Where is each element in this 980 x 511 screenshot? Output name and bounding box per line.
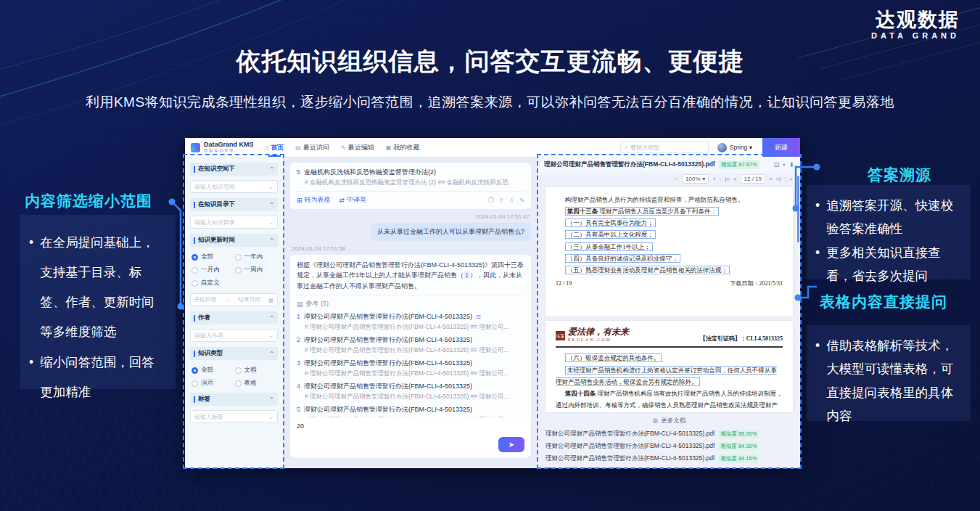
edit-icon[interactable]: ✎	[519, 197, 524, 204]
copy-icon[interactable]: ❐	[488, 197, 494, 204]
radio-time-year[interactable]: 一年内	[235, 253, 277, 261]
nav-recent-visits[interactable]: ▤ 最近访问	[295, 138, 329, 157]
doc-titlebar: 理财公司理财产品销售管理暂行办法(FBM-CLI-4-5013325).pdf …	[538, 157, 800, 173]
document-viewer: 理财公司理财产品销售管理暂行办法(FBM-CLI-4-5013325).pdf …	[538, 157, 800, 468]
annotation-left-box: • 在全局提问基础上，支持基于目录、标签、作者、更新时间等多维度筛选 • 缩小问…	[20, 215, 176, 389]
reference-item[interactable]: 3 理财公司理财产品销售管理暂行办法(FBM-CLI-4-5013325)	[297, 359, 524, 368]
pdf-page-number: 12 / 19	[556, 280, 572, 287]
search-doc-icon[interactable]: ⌕	[790, 176, 793, 183]
to-table-button[interactable]: ⊞ 转为表格	[297, 195, 331, 205]
clause-number: 第四十四条	[565, 390, 596, 397]
filter-space-header[interactable]: 在知识空间下 ⌃	[190, 163, 278, 176]
first-page-icon[interactable]: |<	[725, 176, 730, 182]
space-select[interactable]: 请输入知识空间 ⌄	[190, 180, 278, 193]
similarity-badge: 相似度 84.15%	[718, 454, 759, 463]
annotation-table-title: 表格内容直接提问	[820, 292, 947, 312]
page-input[interactable]: 12 / 19	[741, 174, 765, 184]
zoom-select[interactable]: 100% ▾	[682, 174, 709, 184]
citation-chip[interactable]: 1	[464, 271, 470, 279]
highlighted-item: 未经理财产品销售机构进行上岗资格认定并签订劳动合同，任何人员不得从事理财产品销售…	[556, 366, 777, 386]
next-page-icon[interactable]: >	[769, 176, 773, 182]
search-input[interactable]: ⌕ 曹植大模型	[620, 142, 709, 153]
tag-select[interactable]: 请输入标签 ⌄	[190, 410, 278, 423]
app-logo[interactable]: DataGrand KMS 智能知识管理	[204, 142, 254, 152]
new-button[interactable]: 新建	[762, 138, 800, 157]
reference-item[interactable]: 2 理财公司理财产品销售管理暂行办法(FBM-CLI-4-5013325)	[297, 335, 524, 345]
translate-label: 中译英	[347, 195, 366, 205]
to-table-label: 转为表格	[305, 195, 331, 205]
space-placeholder: 请输入知识空间	[194, 183, 235, 191]
radio-off-icon	[235, 254, 242, 261]
catalog-select[interactable]: 请输入知识目录 ⌄	[190, 216, 278, 229]
annotation-left-bullet-1: 在全局提问基础上，支持基于目录、标签、作者、更新时间等多维度筛选	[40, 228, 167, 348]
highlighted-clause: 第四十三条 理财产品销售人员应当至少具备下列条件：	[565, 207, 719, 216]
radio-time-custom[interactable]: 自定义	[192, 279, 234, 287]
filter-author-header[interactable]: 作者 ⌃	[190, 311, 278, 324]
more-dot-icon[interactable]: •	[783, 161, 785, 168]
radio-time-week[interactable]: 一周内	[235, 266, 277, 274]
more-doc-row[interactable]: 理财公司理财产品销售管理暂行办法(FBM-CLI-4-5013325).pdf …	[538, 452, 800, 465]
doc-scrollbar[interactable]	[797, 176, 799, 242]
download-icon[interactable]: ⬇	[788, 161, 794, 168]
radio-label: 全部	[201, 366, 213, 375]
section-bar	[194, 202, 195, 208]
nav-home[interactable]: ⌂ 首页	[265, 138, 284, 157]
filter-tag-header[interactable]: 标签 ⌃	[190, 393, 278, 406]
user-menu[interactable]: Spring ▾	[730, 144, 752, 151]
radio-time-all[interactable]: 全部	[192, 253, 234, 261]
ref-title: 理财公司理财产品销售管理暂行办法(FBM-CLI-4-5013325)	[304, 312, 472, 322]
caret-down-icon: ▾	[702, 176, 705, 182]
thumbs-up-icon[interactable]: ⇧	[499, 197, 504, 204]
section-bar	[194, 237, 195, 244]
more-doc-row[interactable]: 理财公司理财产品销售管理暂行办法(FBM-CLI-4-5013325).pdf …	[538, 440, 800, 452]
open-doc-icon[interactable]: ⊡	[476, 314, 481, 320]
radio-type-sheet[interactable]: 表格	[235, 379, 277, 388]
prev-page-icon[interactable]: <	[733, 176, 737, 182]
reference-item[interactable]: 5 理财公司理财产品销售管理暂行办法(FBM-CLI-4-5013325)	[297, 405, 524, 414]
radio-type-slides[interactable]: 演示	[192, 379, 234, 388]
more-doc-row[interactable]: 理财公司理财产品销售管理暂行办法(FBM-CLI-4-5013325).pdf …	[538, 428, 800, 440]
radio-type-doc[interactable]: 文档	[235, 366, 277, 375]
author-select[interactable]: 请输入作者 ⌄	[190, 329, 278, 342]
more-doc-row[interactable]: 理财公司理财产品销售管理暂行办法(FBM-CLI-4-5013325).pdf …	[538, 465, 800, 468]
header-right: ⌕ 曹植大模型 Spring ▾ 新建	[620, 138, 800, 157]
date-range-input[interactable]: 开始日期 → 结束日期 ▦	[190, 293, 278, 306]
thumbs-down-icon[interactable]: ⇩	[509, 197, 514, 204]
nav-recent-edits[interactable]: ✎ 最近编辑	[341, 138, 374, 157]
last-page-icon[interactable]: >|	[776, 176, 781, 182]
divider: |	[720, 176, 721, 182]
username-label: Spring	[730, 144, 748, 151]
doc-title[interactable]: 理财公司理财产品销售管理暂行办法(FBM-CLI-4-5013325).pdf	[544, 160, 715, 169]
highlighted-item: （六）银保监会规定的其他条件。	[565, 353, 662, 362]
zoom-out-icon[interactable]: −	[675, 176, 678, 182]
kms-app-window: DataGrand KMS 智能知识管理 ⌂ 首页 ▤ 最近访问 ✎ 最近编辑 …	[185, 138, 800, 468]
doc-name: 理财公司理财产品销售管理暂行办法(FBM-CLI-4-5013325).pdf	[545, 442, 715, 451]
radio-time-month[interactable]: 一月内	[192, 266, 234, 274]
chevron-up-icon: ⌃	[269, 166, 274, 173]
more-docs-header[interactable]: ◎ 更多文档	[538, 417, 800, 425]
window-icon[interactable]: ⊡	[774, 161, 780, 168]
bullet-icon: •	[815, 334, 820, 428]
filter-catalog-header[interactable]: 在知识目录下 ⌃	[190, 198, 278, 211]
annotation-left-title: 内容筛选缩小范围	[25, 191, 152, 211]
translate-button[interactable]: ⇄ 中译英	[339, 195, 367, 205]
ref-number: 5	[297, 168, 300, 176]
reference-item[interactable]: 4 理财公司理财产品销售管理暂行办法(FBM-CLI-4-5013325)	[297, 382, 524, 391]
ref-title[interactable]: 金融机构反洗钱和反恐怖融资监督管理办法(2)	[304, 168, 436, 177]
send-button[interactable]: ➤	[498, 437, 524, 452]
user-avatar[interactable]	[717, 143, 727, 152]
filter-time-header[interactable]: 知识更新时间 ⌃	[190, 234, 278, 247]
main-nav: ⌂ 首页 ▤ 最近访问 ✎ 最近编辑 ▣ 我的收藏	[265, 138, 420, 157]
nav-favorites[interactable]: ▣ 我的收藏	[386, 138, 420, 157]
radio-off-icon	[235, 267, 242, 274]
radio-type-all[interactable]: 全部	[192, 366, 234, 375]
ref-number: 3	[297, 359, 300, 367]
highlighted-item: （三）从事金融工作1年以上；	[565, 242, 653, 251]
radio-label: 一年内	[244, 253, 263, 261]
highlighted-item: （五）熟悉理财业务活动及理财产品销售相关的法律法规；	[565, 266, 730, 274]
chat-input[interactable]: 20 ➤	[290, 417, 531, 458]
filter-type-header[interactable]: 知识类型 ⌃	[190, 347, 278, 360]
reference-item[interactable]: 1 理财公司理财产品销售管理暂行办法(FBM-CLI-4-5013325) ⊡	[297, 312, 524, 322]
catalog-placeholder: 请输入知识目录	[194, 218, 235, 226]
zoom-in-icon[interactable]: +	[712, 176, 716, 182]
